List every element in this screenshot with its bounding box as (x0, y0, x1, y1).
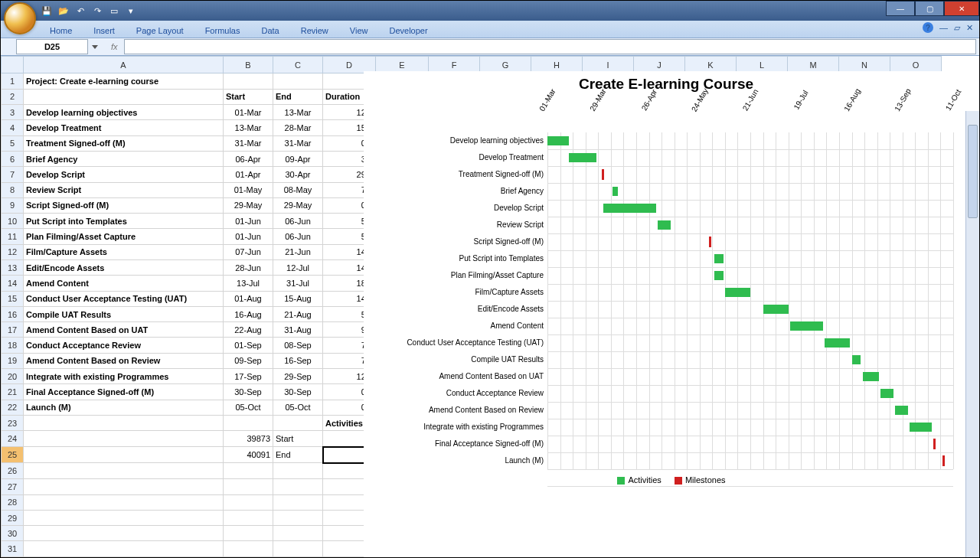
cell-B26[interactable] (224, 463, 273, 479)
cell-A30[interactable] (24, 526, 224, 541)
cell-C18[interactable]: 08-Sep (273, 338, 323, 353)
cell-B13[interactable]: 28-Jun (224, 260, 273, 276)
row-header-14[interactable]: 14 (2, 276, 24, 291)
cell-A2[interactable] (24, 89, 224, 104)
row-header-9[interactable]: 9 (2, 197, 24, 213)
cell-B7[interactable]: 01-Apr (224, 167, 273, 182)
col-header-B[interactable]: B (224, 57, 273, 73)
row-header-31[interactable]: 31 (2, 541, 24, 557)
cell-B22[interactable]: 05-Oct (224, 400, 273, 415)
row-header-17[interactable]: 17 (2, 322, 24, 338)
cell-C3[interactable]: 13-Mar (273, 105, 323, 120)
cell-C2[interactable]: End (273, 89, 323, 104)
worksheet-area[interactable]: ABCDEFGHIJKLMNO1Project: Create e-learni… (1, 56, 979, 557)
cell-A18[interactable]: Conduct Acceptance Review (24, 338, 224, 353)
cell-B15[interactable]: 01-Aug (224, 291, 273, 306)
cell-C21[interactable]: 30-Sep (273, 384, 323, 400)
cell-A15[interactable]: Conduct User Acceptance Testing (UAT) (24, 291, 224, 306)
cell-A26[interactable] (24, 463, 224, 479)
cell-B11[interactable]: 01-Jun (224, 229, 273, 244)
row-header-24[interactable]: 24 (2, 431, 24, 447)
cell-B5[interactable]: 31-Mar (224, 135, 273, 151)
cell-A14[interactable]: Amend Content (24, 276, 224, 291)
row-header-27[interactable]: 27 (2, 479, 24, 494)
ribbon-minimize-icon[interactable]: — (939, 23, 948, 32)
tab-home[interactable]: Home (39, 24, 83, 38)
cell-A23[interactable] (24, 415, 224, 430)
cell-B24[interactable]: 39873 (224, 431, 273, 447)
cell-A28[interactable] (24, 494, 224, 510)
cell-C9[interactable]: 29-May (273, 197, 323, 213)
scrollbar-thumb[interactable] (968, 125, 978, 218)
tab-page-layout[interactable]: Page Layout (126, 24, 194, 38)
cell-B28[interactable] (224, 494, 273, 510)
tab-developer[interactable]: Developer (378, 24, 438, 38)
col-header-A[interactable]: A (24, 57, 224, 73)
tab-data[interactable]: Data (250, 24, 289, 38)
cell-A13[interactable]: Edit/Encode Assets (24, 260, 224, 276)
cell-B12[interactable]: 07-Jun (224, 244, 273, 259)
cell-A16[interactable]: Compile UAT Results (24, 306, 224, 321)
cell-A31[interactable] (24, 541, 224, 557)
cell-A21[interactable]: Final Acceptance Signed-off (M) (24, 384, 224, 400)
cell-B21[interactable]: 30-Sep (224, 384, 273, 400)
close-button[interactable]: ✕ (944, 1, 979, 16)
cell-C16[interactable]: 21-Aug (273, 306, 323, 321)
maximize-button[interactable]: ▢ (915, 1, 944, 16)
cell-B25[interactable]: 40091 (224, 447, 273, 463)
cell-A5[interactable]: Treatment Signed-off (M) (24, 135, 224, 151)
cell-C31[interactable] (273, 541, 323, 557)
gantt-chart[interactable]: Create E-learning Course 01-Mar29-Mar26-… (364, 71, 969, 557)
cell-B3[interactable]: 01-Mar (224, 105, 273, 120)
cell-B31[interactable] (224, 541, 273, 557)
new-icon[interactable]: ▭ (108, 5, 120, 17)
cell-C8[interactable]: 08-May (273, 182, 323, 197)
tab-view[interactable]: View (339, 24, 379, 38)
cell-B8[interactable]: 01-May (224, 182, 273, 197)
open-icon[interactable]: 📂 (57, 5, 70, 17)
cell-B2[interactable]: Start (224, 89, 273, 104)
row-header-8[interactable]: 8 (2, 182, 24, 197)
row-header-16[interactable]: 16 (2, 306, 24, 321)
cell-A9[interactable]: Script Signed-off (M) (24, 197, 224, 213)
cell-B17[interactable]: 22-Aug (224, 322, 273, 338)
cell-A3[interactable]: Develop learning objectives (24, 105, 224, 120)
cell-C19[interactable]: 16-Sep (273, 353, 323, 368)
name-box[interactable]: D25 (16, 39, 88, 54)
cell-A29[interactable] (24, 510, 224, 525)
cell-B30[interactable] (224, 526, 273, 541)
cell-C17[interactable]: 31-Aug (273, 322, 323, 338)
row-header-25[interactable]: 25 (2, 447, 24, 463)
minimize-button[interactable]: — (886, 1, 915, 16)
cell-C5[interactable]: 31-Mar (273, 135, 323, 151)
cell-C20[interactable]: 29-Sep (273, 369, 323, 384)
row-header-28[interactable]: 28 (2, 494, 24, 510)
row-header-6[interactable]: 6 (2, 151, 24, 166)
row-header-3[interactable]: 3 (2, 105, 24, 120)
cell-C29[interactable] (273, 510, 323, 525)
cell-A25[interactable] (24, 447, 224, 463)
row-header-29[interactable]: 29 (2, 510, 24, 525)
row-header-20[interactable]: 20 (2, 369, 24, 384)
cell-C7[interactable]: 30-Apr (273, 167, 323, 182)
row-header-10[interactable]: 10 (2, 214, 24, 229)
cell-B6[interactable]: 06-Apr (224, 151, 273, 166)
cell-C15[interactable]: 15-Aug (273, 291, 323, 306)
col-header-C[interactable]: C (273, 57, 323, 73)
cell-C22[interactable]: 05-Oct (273, 400, 323, 415)
office-button[interactable] (4, 2, 36, 34)
cell-C30[interactable] (273, 526, 323, 541)
cell-C4[interactable]: 28-Mar (273, 120, 323, 135)
cell-A27[interactable] (24, 479, 224, 494)
cell-B4[interactable]: 13-Mar (224, 120, 273, 135)
cell-A24[interactable] (24, 431, 224, 447)
undo-icon[interactable]: ↶ (74, 5, 87, 17)
cell-C1[interactable] (273, 73, 323, 89)
cell-C25[interactable]: End (273, 447, 323, 463)
vertical-scrollbar[interactable] (965, 111, 979, 557)
cell-C10[interactable]: 06-Jun (273, 214, 323, 229)
row-header-11[interactable]: 11 (2, 229, 24, 244)
cell-A1[interactable]: Project: Create e-learning course (24, 73, 224, 89)
row-header-1[interactable]: 1 (2, 73, 24, 89)
cell-C27[interactable] (273, 479, 323, 494)
